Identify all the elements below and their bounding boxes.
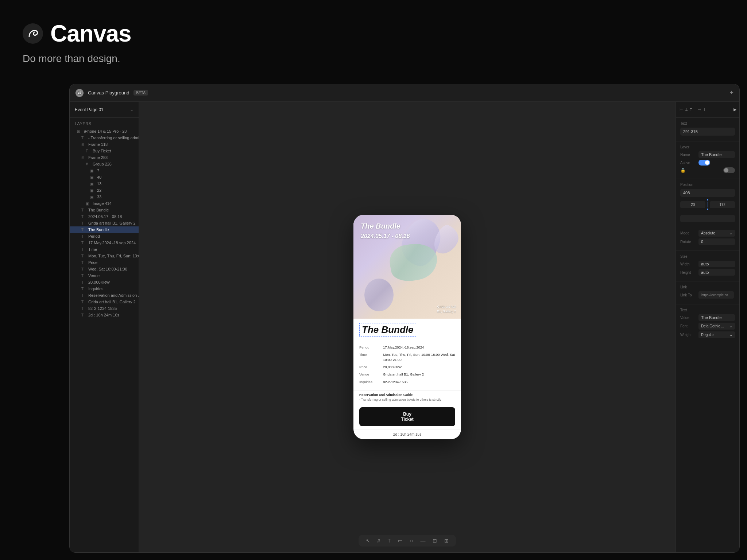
mode-dropdown[interactable]: Absolute ⌄ (698, 230, 735, 237)
position-right[interactable]: 172 (710, 201, 735, 208)
layer-item[interactable]: TMon, Tue, Thu, Fri, Sun: 10:0... (70, 253, 139, 259)
rp-name-value[interactable]: The Bundle (698, 151, 735, 158)
text-tool[interactable]: T (387, 538, 391, 544)
align-left-icon[interactable]: ⊢ (679, 106, 684, 113)
layer-label: 2024.05.17 - 08.18 (88, 214, 122, 219)
layer-type-icon: T (86, 149, 91, 153)
period-label: Period (359, 345, 379, 350)
layer-item[interactable]: TThe Bundle (70, 226, 139, 233)
layer-item[interactable]: TInquiries (70, 285, 139, 292)
layer-item[interactable]: ▣22 (70, 187, 139, 194)
select-tool[interactable]: ↖ (366, 538, 370, 544)
component-tool[interactable]: ⊞ (444, 538, 449, 544)
align-center-h-icon[interactable]: ⊥ (684, 106, 689, 113)
app-window: Canvas Playground BETA + Event Page 01 ⌄… (69, 84, 740, 553)
rp-width-value[interactable]: auto (698, 261, 735, 267)
preview-play-button[interactable]: ▶ (734, 107, 736, 112)
layer-item[interactable]: TWed, Sat 10:00-21:00 (70, 266, 139, 272)
layer-label: Time (88, 247, 97, 252)
frame-tool[interactable]: # (378, 538, 380, 544)
layer-item[interactable]: ▣13 (70, 180, 139, 187)
layer-item[interactable]: TGrida art hall B1, Gallery 2 (70, 299, 139, 305)
right-panel-toolbar: ⊢ ⊥ T ⟂ ⊣ ⊤ ▶ (676, 102, 739, 118)
align-text-icon[interactable]: T (689, 106, 693, 113)
layer-item[interactable]: TTime (70, 246, 139, 253)
layer-type-icon: T (81, 274, 86, 278)
canvas-area[interactable]: The Bundle 2024.05.17 - 08.16 Grida art … (139, 102, 676, 552)
layer-item[interactable]: TPrice (70, 259, 139, 266)
layer-item[interactable]: T2d : 16h 24m 16s (70, 312, 139, 318)
poster-top-text: The Bundle 2024.05.17 - 08.16 (361, 222, 410, 240)
rp-rotate-value[interactable]: 0 (698, 238, 735, 245)
layer-label: Grida art hall B1, Gallery 2 (88, 221, 136, 225)
layer-type-icon: ⊞ (81, 143, 86, 147)
font-value: Dela Gothic ... (701, 324, 724, 328)
align-v-icon[interactable]: ⊤ (702, 106, 707, 113)
inquiries-label: Inquiries (359, 380, 379, 384)
layer-item[interactable]: #Group 226 (70, 161, 139, 167)
layer-item[interactable]: T82-2-1234-1535 (70, 305, 139, 312)
rp-height-row: Height auto (680, 269, 735, 276)
ellipse-tool[interactable]: ○ (410, 538, 413, 544)
rp-link-label: Link (680, 285, 735, 289)
lock-toggle[interactable] (723, 167, 735, 173)
info-row-venue: Venue Grida art hall B1, Gallery 2 (359, 372, 455, 377)
rp-value-value[interactable]: The Bundle (698, 314, 735, 321)
active-toggle[interactable] (698, 160, 710, 166)
layer-type-icon: T (81, 307, 86, 311)
position-left[interactable]: 20 (680, 201, 705, 208)
bundle-highlight-section: The Bundle (353, 319, 461, 341)
venue-label: Venue (359, 372, 379, 377)
timer-value: 2d : 16h 24m 16s (393, 432, 421, 436)
layer-item[interactable]: T17.May.2024.-18.sep.2024 (70, 240, 139, 246)
layer-label: Image 414 (93, 201, 112, 206)
layer-item[interactable]: ⊞Frame 253 (70, 154, 139, 161)
layer-item[interactable]: ⊞iPhone 14 & 15 Pro - 28 (70, 128, 139, 135)
layer-item[interactable]: ▣40 (70, 174, 139, 180)
layer-item[interactable]: TVenue (70, 272, 139, 279)
layer-item[interactable]: ⊞Frame 118 (70, 141, 139, 148)
layer-item[interactable]: TGrida art hall B1, Gallery 2 (70, 220, 139, 226)
layer-item[interactable]: ▣7 (70, 167, 139, 174)
time-label: Time (359, 352, 379, 362)
weight-dropdown[interactable]: Regular ⌄ (698, 331, 735, 338)
layer-label: The Bundle (88, 208, 109, 212)
layer-item[interactable]: ▣33 (70, 194, 139, 200)
position-connector (707, 199, 708, 210)
line-tool[interactable]: — (420, 538, 425, 544)
layer-type-icon: T (81, 300, 86, 304)
buy-ticket-button[interactable]: BuyTicket (359, 407, 455, 426)
layer-item[interactable]: ▣Image 414 (70, 200, 139, 207)
rp-weight-label: Weight (680, 333, 697, 337)
add-tab-button[interactable]: + (729, 89, 734, 97)
rp-rotate-row: Rotate 0 (680, 238, 735, 245)
layer-item[interactable]: TPeriod (70, 233, 139, 240)
rp-link-to-value[interactable]: https://example.co... (698, 291, 734, 299)
layer-item[interactable]: T2024.05.17 - 08.18 (70, 213, 139, 220)
layer-item[interactable]: TBuy Ticket (70, 148, 139, 154)
page-selector[interactable]: Event Page 01 ⌄ (70, 102, 139, 118)
connector-dot-top (707, 199, 708, 201)
layer-item[interactable]: TReservation and Admission ... (70, 292, 139, 299)
sidebar: Event Page 01 ⌄ Layers ⊞iPhone 14 & 15 P… (70, 102, 139, 552)
rect-tool[interactable]: ▭ (398, 538, 403, 544)
price-label: Price (359, 365, 379, 369)
align-text-v-icon[interactable]: ⟂ (693, 106, 697, 113)
rp-text-coords: 291:315 (680, 128, 735, 136)
align-right-icon[interactable]: ⊣ (697, 106, 702, 113)
layer-type-icon: T (81, 136, 86, 140)
app-title: Canvas (50, 20, 131, 47)
font-dropdown[interactable]: Dela Gothic ... ⌄ (698, 323, 735, 330)
layer-type-icon: T (81, 261, 86, 265)
layer-item[interactable]: T- Transferring or selling admi... (70, 135, 139, 141)
layer-type-icon: T (81, 287, 86, 291)
bundle-highlight-text: The Bundle (359, 323, 416, 337)
layer-label: 40 (97, 175, 101, 179)
rp-height-value[interactable]: auto (698, 269, 735, 276)
image-tool[interactable]: ⊡ (433, 538, 437, 544)
layer-item[interactable]: T20,000KRW (70, 279, 139, 285)
layer-item[interactable]: TThe Bundle (70, 207, 139, 213)
mode-value: Absolute (701, 231, 715, 235)
rp-position-x[interactable]: 408 (680, 189, 735, 197)
rp-font-label: Font (680, 324, 697, 328)
